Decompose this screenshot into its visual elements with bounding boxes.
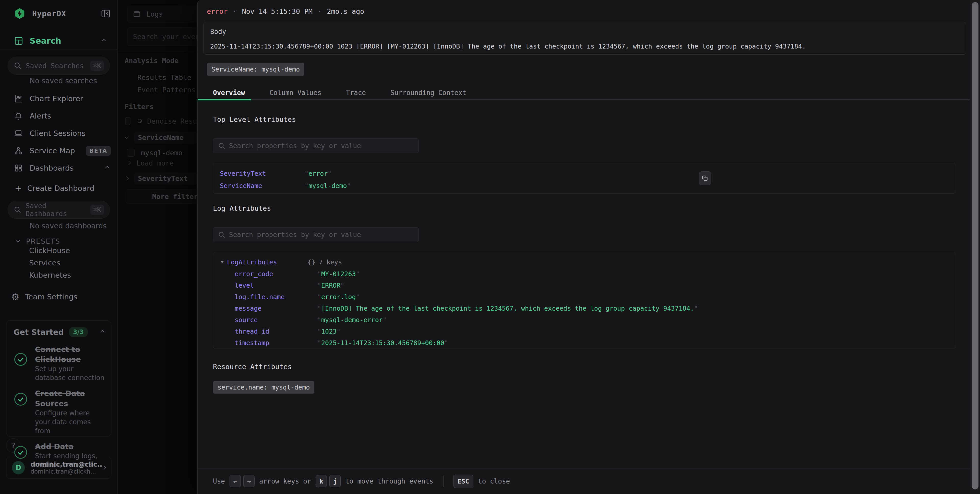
log-attributes-search[interactable]: Search properties by key or value <box>213 227 419 242</box>
hint-text: to move through events <box>345 477 433 485</box>
dashboards-icon <box>14 164 23 173</box>
value-checkbox[interactable] <box>127 149 135 157</box>
attr-value[interactable]: 2025-11-14T23:15:30.456789+00:00 <box>317 339 448 347</box>
shortcut-badge: ⌘K <box>91 205 104 215</box>
attr-value[interactable]: mysql-demo-error <box>317 316 387 323</box>
event-search-placeholder: Search your events <box>133 33 208 41</box>
filter-group-severitytext[interactable]: SeverityText <box>125 172 206 185</box>
sidebar-item-service-map[interactable]: Service Map BETA <box>14 144 111 157</box>
tree-row[interactable]: error_code MY-012263 <box>220 268 949 280</box>
attr-value[interactable]: 1023 <box>317 328 340 335</box>
attr-value[interactable]: error.log <box>317 293 360 301</box>
tab-column-values[interactable]: Column Values <box>269 89 321 97</box>
get-started-title: Get Started <box>14 328 64 337</box>
tab-surrounding-context[interactable]: Surrounding Context <box>390 89 466 97</box>
body-card: Body 2025-11-14T23:15:30.456789+00:00 10… <box>203 22 966 55</box>
denoise-icon <box>137 117 143 126</box>
attr-value[interactable]: MY-012263 <box>317 270 360 278</box>
severity-text: error <box>207 7 228 15</box>
collapse-caret-icon[interactable] <box>221 261 224 263</box>
sidebar-item-client-sessions[interactable]: Client Sessions <box>14 127 111 140</box>
tree-row[interactable]: level ERROR <box>220 280 949 291</box>
saved-dashboards-input[interactable]: Saved Dashboards ⌘K <box>8 201 110 219</box>
sidebar-item-dashboards[interactable]: Dashboards <box>14 161 111 175</box>
avatar: D <box>12 461 25 474</box>
attr-value[interactable]: error <box>305 170 331 177</box>
attr-key[interactable]: SeverityText <box>220 170 305 177</box>
preset-kubernetes[interactable]: Kubernetes <box>29 271 71 279</box>
tree-row[interactable]: message [InnoDB] The age of the last che… <box>220 303 949 314</box>
sidebar-item-search[interactable]: Search <box>14 34 107 48</box>
denoise-results-row[interactable]: Denoise Results <box>125 115 209 127</box>
logs-source-icon <box>132 10 141 18</box>
drawer-footer-hints: Use ← → arrow keys or k j to move throug… <box>213 473 510 489</box>
top-attributes-search[interactable]: Search properties by key or value <box>213 139 419 153</box>
mode-results-table[interactable]: Results Table <box>137 73 191 81</box>
esc-key: ESC <box>453 475 473 488</box>
attr-key[interactable]: log.file.name <box>235 293 317 301</box>
logs-explorer-panel: Logs Search your events Analysis Mode Re… <box>118 0 206 494</box>
scrollbar-thumb[interactable] <box>972 2 978 489</box>
tree-row[interactable]: thread_id 1023 <box>220 326 949 337</box>
sidebar-item-alerts[interactable]: Alerts <box>14 109 111 123</box>
more-filters-button[interactable]: More filters <box>126 189 207 204</box>
event-search-input[interactable]: Search your events <box>127 27 206 46</box>
tab-overview[interactable]: Overview <box>213 89 245 97</box>
progress-badge: 3/3 <box>69 327 88 337</box>
attr-value[interactable]: [InnoDB] The age of the last checkpoint … <box>317 305 698 312</box>
create-dashboard-button[interactable]: + Create Dashboard <box>15 182 112 194</box>
hint-text: Use <box>213 477 225 485</box>
preset-clickhouse[interactable]: ClickHouse <box>29 246 70 255</box>
copy-button[interactable] <box>699 171 711 185</box>
event-detail-drawer: error · Nov 14 5:15:30 PM · 2mo.s ago Bo… <box>197 0 980 494</box>
mode-event-patterns[interactable]: Event Patterns <box>137 86 196 94</box>
sidebar-item-chart-explorer[interactable]: Chart Explorer <box>14 92 111 105</box>
attribute-row[interactable]: ServiceName mysql-demo <box>220 180 949 191</box>
log-attributes-tree: LogAttributes {} 7 keys error_code MY-01… <box>213 252 956 349</box>
attribute-row[interactable]: SeverityText error <box>220 168 949 179</box>
source-selector[interactable]: Logs <box>127 6 206 22</box>
event-header: error · Nov 14 5:15:30 PM · 2mo.s ago <box>207 6 364 16</box>
filter-group-label: SeverityText <box>134 172 206 185</box>
attr-key[interactable]: source <box>235 316 317 323</box>
right-arrow-key: → <box>243 475 255 488</box>
hyperdx-bolt-icon <box>14 8 25 19</box>
tree-root-label[interactable]: LogAttributes <box>227 258 277 266</box>
attr-key[interactable]: message <box>235 305 317 312</box>
attr-key[interactable]: thread_id <box>235 328 317 335</box>
attr-value[interactable]: mysql-demo <box>305 182 351 190</box>
resource-tag[interactable]: service.name: mysql-demo <box>213 381 314 394</box>
tree-row[interactable]: source mysql-demo-error <box>220 314 949 326</box>
sidebar-item-team-settings[interactable]: ⚙ Team Settings <box>11 290 108 303</box>
chevron-down-icon <box>125 135 129 139</box>
presets-toggle[interactable]: PRESETS <box>16 236 93 247</box>
attr-key[interactable]: timestamp <box>235 339 317 347</box>
get-started-step-1[interactable]: Connect to ClickHouse Set up your databa… <box>6 337 111 382</box>
event-timestamp: Nov 14 5:15:30 PM <box>242 7 313 15</box>
attr-value[interactable]: ERROR <box>317 282 344 289</box>
saved-dashboards-placeholder: Saved Dashboards <box>25 202 91 218</box>
collapse-sidebar-icon[interactable] <box>100 8 111 19</box>
tree-row[interactable]: timestamp 2025-11-14T23:15:30.456789+00:… <box>220 337 949 349</box>
filters-label: Filters <box>125 103 154 111</box>
chevron-up-icon <box>102 39 106 43</box>
help-button[interactable]: ? <box>6 438 21 453</box>
app-title: HyperDX <box>32 9 66 18</box>
saved-searches-input[interactable]: Saved Searches ⌘K <box>8 57 110 75</box>
get-started-header[interactable]: Get Started 3/3 <box>6 320 111 337</box>
filter-group-servicename[interactable]: ServiceName <box>125 131 206 144</box>
attr-key[interactable]: level <box>235 282 317 289</box>
tree-root-row[interactable]: LogAttributes {} 7 keys <box>220 257 949 268</box>
tab-trace[interactable]: Trace <box>346 89 366 97</box>
app-logo[interactable]: HyperDX <box>14 6 111 21</box>
user-menu[interactable]: D dominic.tran@clic... dominic.tran@clic… <box>6 457 111 479</box>
tree-row[interactable]: log.file.name error.log <box>220 291 949 303</box>
load-more-button[interactable]: Load more <box>127 158 204 168</box>
body-log-line[interactable]: 2025-11-14T23:15:30.456789+00:00 1023 [E… <box>210 43 959 50</box>
preset-services[interactable]: Services <box>29 258 60 267</box>
attr-key[interactable]: ServiceName <box>220 182 305 190</box>
denoise-checkbox[interactable] <box>125 117 130 125</box>
get-started-step-2[interactable]: Create Data Sources Configure where your… <box>6 382 111 435</box>
service-tag[interactable]: ServiceName: mysql-demo <box>207 63 304 76</box>
attr-key[interactable]: error_code <box>235 270 317 278</box>
